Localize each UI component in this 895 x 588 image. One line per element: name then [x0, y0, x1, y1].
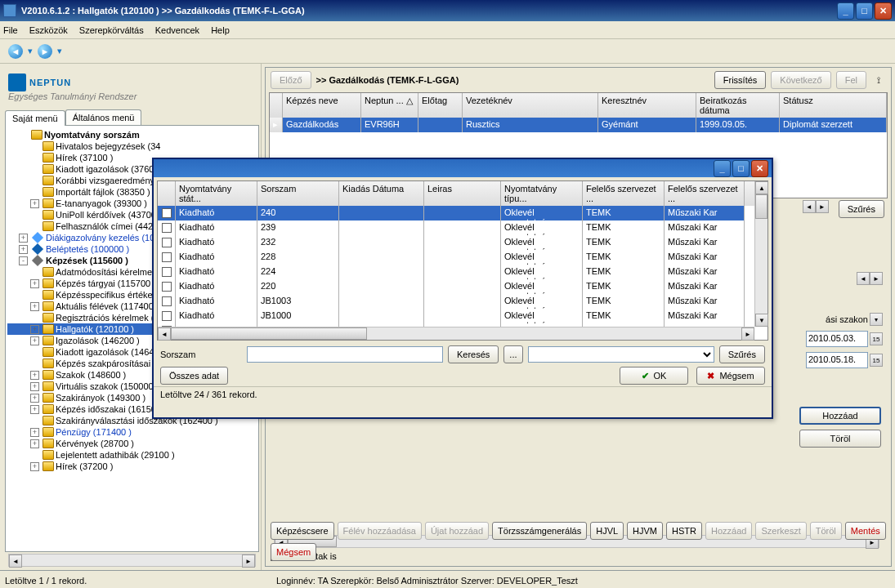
btn-kepzescsere[interactable]: Képzéscsere	[271, 522, 334, 540]
expand-icon[interactable]: +	[19, 234, 28, 243]
row-checkbox[interactable]	[162, 208, 172, 218]
mid-scroll-right[interactable]: ►	[870, 272, 883, 285]
expand-icon[interactable]: +	[30, 428, 39, 437]
col-beiratkozas[interactable]: Beiratkozás dátuma	[696, 93, 780, 118]
tab-own-menu[interactable]: Saját menü	[5, 110, 65, 126]
mcol-leiras[interactable]: Leiras	[424, 181, 501, 206]
up-button[interactable]: Fel	[836, 71, 866, 89]
mcol-status[interactable]: Nyomtatvány stát...	[176, 181, 257, 206]
expand-icon[interactable]: +	[30, 394, 39, 403]
col-statusz[interactable]: Státusz	[780, 93, 887, 118]
calendar-icon-2[interactable]: 15	[870, 354, 883, 367]
date-field-2[interactable]: 2010.05.18.	[806, 352, 868, 368]
tree-item[interactable]: Hivatalos bejegyzések (34	[7, 140, 257, 152]
modal-grid-row[interactable]: Kiadható220Oklevél nyomtatványTEMKMűszak…	[158, 279, 767, 294]
col-elotag[interactable]: Előtag	[418, 93, 463, 118]
modal-close[interactable]: ✕	[751, 160, 768, 177]
tree-item[interactable]: Lejelentett adathibák (29100 )	[7, 449, 257, 461]
side-delete-button[interactable]: Töröl	[799, 430, 881, 448]
menu-role[interactable]: Szerepkörváltás	[79, 25, 144, 35]
expand-icon[interactable]: +	[19, 245, 28, 254]
btn-torzsszam[interactable]: Törzsszámgenerálás	[492, 522, 587, 540]
tree-item[interactable]: +Pénzügy (171400 )	[7, 426, 257, 438]
row-checkbox[interactable]	[162, 223, 172, 233]
maximize-button[interactable]: □	[856, 2, 873, 20]
row-checkbox[interactable]	[162, 267, 172, 277]
row-checkbox[interactable]	[162, 296, 172, 306]
mid-scroll-left[interactable]: ◄	[857, 272, 870, 285]
nav-forward[interactable]: ►	[34, 41, 56, 62]
tree-item[interactable]: +Kérvények (28700 )	[7, 438, 257, 449]
row-checkbox[interactable]	[162, 311, 172, 321]
tree-hscroll[interactable]: ◄►	[8, 554, 256, 567]
expand-icon[interactable]: +	[30, 405, 39, 414]
nav-forward-dropdown[interactable]: ▾	[57, 46, 62, 56]
minimize-button[interactable]: _	[837, 2, 854, 20]
pin-icon[interactable]: ⟟	[871, 73, 886, 87]
prev-button[interactable]: Előző	[271, 71, 311, 89]
btn-hozzaad[interactable]: Hozzáad	[705, 522, 752, 540]
modal-filter-button[interactable]: Szűrés	[719, 345, 765, 363]
modal-dropdown[interactable]	[528, 346, 714, 363]
expand-icon[interactable]: +	[30, 462, 39, 471]
row-checkbox[interactable]	[162, 238, 172, 247]
btn-hjvl[interactable]: HJVL	[590, 522, 624, 540]
modal-search-input[interactable]	[247, 346, 443, 363]
modal-hscroll[interactable]: ◄ ►	[158, 327, 754, 340]
modal-grid-row[interactable]: KiadhatóJB1000Oklevél nyomtatványTEMKMűs…	[158, 309, 767, 323]
menu-help[interactable]: Help	[211, 25, 230, 35]
row-checkbox[interactable]	[162, 282, 172, 292]
btn-hstr[interactable]: HSTR	[666, 522, 702, 540]
calendar-icon-1[interactable]: 15	[870, 332, 883, 345]
mcol-sorszam[interactable]: Sorszam	[257, 181, 339, 206]
side-add-button[interactable]: Hozzáad	[799, 407, 881, 425]
modal-ellipsis-button[interactable]: ...	[503, 345, 522, 363]
expand-icon[interactable]: +	[30, 439, 39, 448]
modal-grid-row[interactable]: Kiadható239Oklevél nyomtatványTEMKMűszak…	[158, 220, 767, 235]
expand-icon[interactable]: +	[30, 371, 39, 380]
modal-cancel-button[interactable]: ✖ Mégsem	[696, 367, 765, 385]
refresh-button[interactable]: Frissítés	[714, 71, 767, 89]
expand-icon[interactable]: +	[30, 325, 39, 334]
tab-general-menu[interactable]: Általános menü	[65, 109, 142, 125]
expand-icon[interactable]: +	[30, 382, 39, 391]
menu-tools[interactable]: Eszközök	[29, 25, 68, 35]
mcol-felelos2[interactable]: Felelős szervezet ...	[665, 181, 745, 206]
btn-ujat-hozzaad[interactable]: Újat hozzáad	[425, 522, 489, 540]
grid-scroll-left[interactable]: ◄	[803, 200, 816, 213]
modal-grid-row[interactable]: KiadhatóJB1003Oklevél nyomtatványTEMKMűs…	[158, 294, 767, 309]
modal-maximize[interactable]: □	[732, 160, 750, 177]
tree-item[interactable]: +Hírek (37200 )	[7, 461, 257, 472]
expand-icon[interactable]: +	[30, 336, 39, 345]
top-grid-row[interactable]: ▸ Gazdálkodás EVR96H Rusztics Gyémánt 19…	[270, 118, 887, 132]
btn-mentes[interactable]: Mentés	[845, 522, 886, 540]
btn-szerkeszt[interactable]: Szerkeszt	[755, 522, 806, 540]
nav-back-dropdown[interactable]: ▾	[28, 46, 33, 56]
row-checkbox[interactable]	[162, 252, 172, 262]
menu-file[interactable]: File	[3, 25, 18, 35]
expand-icon[interactable]: +	[30, 302, 39, 311]
date-field-1[interactable]: 2010.05.03.	[806, 331, 868, 347]
btn-hjvm[interactable]: HJVM	[627, 522, 663, 540]
modal-grid[interactable]: Nyomtatvány stát... Sorszam Kiadás Dátum…	[157, 180, 768, 341]
col-kereszt[interactable]: Keresztnév	[598, 93, 696, 118]
modal-grid-row[interactable]: Kiadható232Oklevél nyomtatványTEMKMűszak…	[158, 235, 767, 250]
close-button[interactable]: ✕	[875, 2, 892, 20]
modal-grid-row[interactable]: Kiadható240Oklevél nyomtatványTEMKMűszak…	[158, 206, 767, 220]
expand-icon[interactable]: +	[30, 199, 39, 208]
col-kepzes[interactable]: Képzés neve	[283, 93, 361, 118]
mcol-kiadas[interactable]: Kiadás Dátuma	[339, 181, 424, 206]
btn-torol[interactable]: Töröl	[810, 522, 842, 540]
modal-grid-row[interactable]: Kiadható228Oklevél nyomtatványTEMKMűszak…	[158, 250, 767, 265]
dropdown-arrow[interactable]: ▾	[870, 313, 883, 326]
modal-grid-row[interactable]: Kiadható224Oklevél nyomtatványTEMKMűszak…	[158, 265, 767, 279]
expand-icon[interactable]: -	[19, 256, 28, 265]
top-filter-button[interactable]: Szűrés	[839, 200, 884, 218]
modal-minimize[interactable]: _	[714, 160, 731, 177]
nav-back[interactable]: ◄	[5, 41, 26, 62]
col-vezetek[interactable]: Vezetéknév	[463, 93, 598, 118]
next-button[interactable]: Következő	[771, 71, 830, 89]
modal-ok-button[interactable]: ✔ OK	[620, 367, 688, 385]
btn-megsem[interactable]: Mégsem	[271, 543, 316, 561]
expand-icon[interactable]: +	[30, 279, 39, 288]
